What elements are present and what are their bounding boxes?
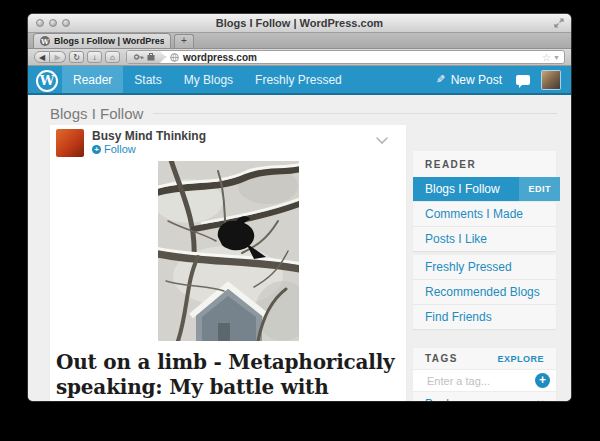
tags-widget: TAGS EXPLORE + Books ×: [413, 348, 556, 401]
pencil-icon: ✎: [436, 73, 445, 86]
browser-toolbar: ◀ ▶ ↻ ↓ ⌂: [28, 49, 571, 66]
bookmarks-icon: [147, 53, 155, 61]
explore-link[interactable]: EXPLORE: [497, 354, 544, 364]
tag-label: Books: [425, 397, 458, 402]
edit-button[interactable]: EDIT: [519, 177, 560, 201]
title-divider: [153, 113, 557, 114]
home-button[interactable]: ⌂: [105, 51, 120, 63]
url-dropdown-icon[interactable]: ▼: [553, 54, 560, 61]
resize-window-icon[interactable]: [554, 18, 564, 28]
nav-item-my-blogs[interactable]: My Blogs: [173, 66, 244, 93]
new-post-button[interactable]: ✎ New Post: [428, 66, 510, 93]
nav-item-freshly-pressed[interactable]: Freshly Pressed: [244, 66, 353, 93]
follow-label: Follow: [104, 143, 136, 156]
new-post-label: New Post: [451, 73, 502, 87]
tab-bar: W Blogs I Follow | WordPress.com +: [28, 33, 571, 49]
user-avatar[interactable]: [542, 71, 560, 89]
identity-box[interactable]: [127, 51, 166, 63]
follow-button[interactable]: + Follow: [92, 143, 206, 156]
reader-content: Blogs I Follow Busy Mind Thinking: [28, 95, 571, 401]
site-globe-icon: [170, 53, 179, 62]
new-tab-button[interactable]: +: [174, 34, 194, 48]
post-card: Busy Mind Thinking + Follow: [50, 125, 406, 401]
sidebar-item-posts-i-like[interactable]: Posts I Like: [413, 226, 556, 251]
back-button[interactable]: ◀: [34, 51, 50, 63]
sidebar-item-comments-i-made[interactable]: Comments I Made: [413, 201, 556, 226]
home-icon: ⌂: [110, 53, 115, 62]
close-window-icon[interactable]: [36, 19, 44, 27]
notifications-icon[interactable]: [516, 75, 530, 85]
page-title: Blogs I Follow: [50, 105, 143, 122]
reload-icon: ↻: [73, 53, 80, 62]
download-icon: ↓: [93, 53, 97, 62]
blog-name-link[interactable]: Busy Mind Thinking: [92, 130, 206, 143]
wordpress-logo-icon[interactable]: W: [36, 70, 58, 92]
desktop-background: Blogs I Follow | WordPress.com W Blogs I…: [0, 0, 600, 441]
tags-heading: TAGS: [425, 353, 458, 364]
minimize-window-icon[interactable]: [49, 19, 57, 27]
tag-input[interactable]: [425, 374, 535, 388]
sidebar-item-freshly-pressed[interactable]: Freshly Pressed: [413, 255, 556, 279]
add-tag-button[interactable]: +: [535, 373, 550, 388]
post-stream: Busy Mind Thinking + Follow: [50, 123, 406, 401]
blog-avatar[interactable]: [56, 129, 84, 157]
key-icon: [134, 53, 144, 61]
reload-button[interactable]: ↻: [69, 51, 84, 63]
bookmark-star-icon[interactable]: ☆: [542, 52, 551, 63]
forward-icon: ▶: [54, 53, 60, 62]
post-image-crow-in-snowy-tree[interactable]: [158, 161, 299, 341]
post-title-link[interactable]: Out on a limb - Metaphorically speaking:…: [50, 341, 406, 401]
browser-window: Blogs I Follow | WordPress.com W Blogs I…: [28, 14, 571, 401]
window-title: Blogs I Follow | WordPress.com: [28, 17, 571, 29]
post-byline: Busy Mind Thinking + Follow: [50, 125, 406, 161]
traffic-lights: [36, 19, 70, 27]
wordpress-favicon-icon: W: [40, 36, 50, 46]
nav-item-reader[interactable]: Reader: [62, 66, 123, 93]
discover-menu: Freshly Pressed Recommended Blogs Find F…: [413, 255, 556, 329]
zoom-window-icon[interactable]: [62, 19, 70, 27]
window-titlebar[interactable]: Blogs I Follow | WordPress.com: [28, 14, 571, 33]
tag-item-books[interactable]: Books ×: [413, 391, 556, 401]
back-icon: ◀: [39, 53, 45, 62]
reader-menu: READER Blogs I Follow EDIT Comments I Ma…: [413, 151, 556, 251]
page-viewport: W Reader Stats My Blogs Freshly Pressed …: [28, 66, 571, 401]
downloads-button[interactable]: ↓: [87, 51, 102, 63]
wordpress-header: W Reader Stats My Blogs Freshly Pressed …: [28, 66, 571, 95]
sidebar-item-find-friends[interactable]: Find Friends: [413, 304, 556, 329]
nav-item-stats[interactable]: Stats: [123, 66, 172, 93]
url-text[interactable]: wordpress.com: [183, 52, 542, 63]
remove-tag-icon[interactable]: ×: [536, 396, 544, 401]
url-bar[interactable]: wordpress.com ☆ ▼: [126, 50, 565, 64]
wordpress-nav: Reader Stats My Blogs Freshly Pressed: [62, 66, 353, 93]
sidebar-item-recommended-blogs[interactable]: Recommended Blogs: [413, 279, 556, 304]
reader-heading: READER: [413, 151, 556, 177]
reader-sidebar: READER Blogs I Follow EDIT Comments I Ma…: [413, 123, 556, 401]
forward-button[interactable]: ▶: [50, 51, 66, 63]
chevron-down-icon[interactable]: [376, 137, 388, 145]
tab-title: Blogs I Follow | WordPress.com: [54, 36, 164, 46]
follow-plus-icon: +: [92, 145, 101, 154]
browser-tab[interactable]: W Blogs I Follow | WordPress.com: [33, 33, 171, 48]
sidebar-item-blogs-i-follow[interactable]: Blogs I Follow EDIT: [413, 177, 560, 201]
